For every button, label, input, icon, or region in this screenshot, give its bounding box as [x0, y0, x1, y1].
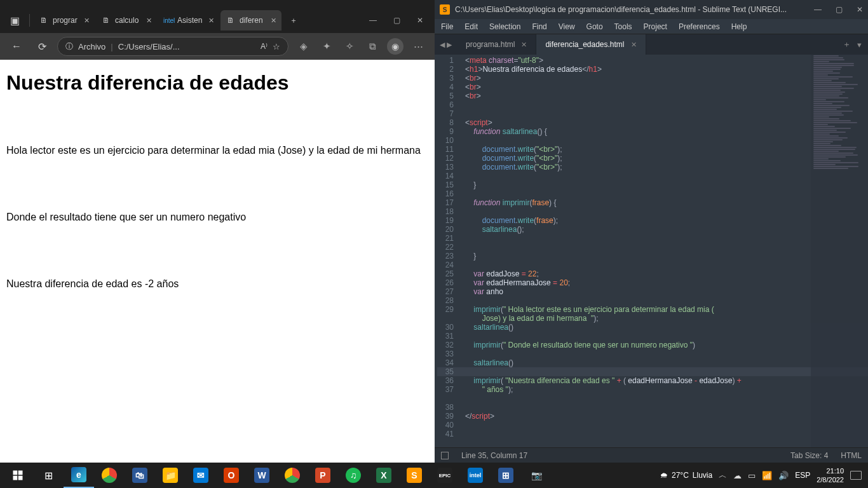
- maximize-button[interactable]: ▢: [836, 5, 843, 14]
- tray-language[interactable]: ESP: [795, 471, 810, 480]
- refresh-button[interactable]: ⟳: [32, 36, 52, 57]
- taskbar-mail[interactable]: ✉: [186, 463, 216, 488]
- url-box[interactable]: ⓘ Archivo | C:/Users/Elias/... A⁾ ☆: [57, 37, 288, 56]
- tray-notifications-icon[interactable]: [850, 471, 862, 480]
- file-icon: 🗎: [101, 16, 111, 25]
- taskbar-intel[interactable]: intel: [460, 463, 491, 488]
- windows-taskbar: ⊞ e 🛍 📁 ✉ O W P ♫ X S EPIC intel ⊞ 📷 🌧 2…: [0, 463, 868, 488]
- taskbar-sublime[interactable]: S: [399, 463, 430, 488]
- editor-tab-label: diferencia_edades.html: [545, 40, 624, 49]
- file-icon: 🗎: [39, 16, 49, 25]
- editor-titlebar[interactable]: S C:\Users\Elias\Desktop\logica de progr…: [435, 0, 868, 19]
- taskbar-edge[interactable]: e: [64, 463, 94, 488]
- minimize-button[interactable]: —: [369, 16, 377, 25]
- menu-find[interactable]: Find: [532, 22, 546, 31]
- menu-help[interactable]: Help: [731, 22, 747, 31]
- page-paragraph-1: Hola lector este es un ejercicio para de…: [6, 145, 428, 156]
- sublime-window: S C:\Users\Elias\Desktop\logica de progr…: [435, 0, 868, 463]
- editor-status-bar: Line 35, Column 17 Tab Size: 4 HTML: [435, 447, 868, 463]
- extensions-icon[interactable]: ✦: [316, 37, 337, 56]
- svg-rect-3: [18, 476, 23, 480]
- weather-widget[interactable]: 🌧 27°C Lluvia: [660, 471, 712, 480]
- tab-history-arrows[interactable]: ◀ ▶: [435, 34, 457, 55]
- close-button[interactable]: ✕: [417, 16, 423, 25]
- close-button[interactable]: ✕: [857, 5, 863, 14]
- back-button[interactable]: ←: [6, 36, 27, 57]
- tray-volume-icon[interactable]: 🔊: [778, 471, 789, 480]
- close-tab-icon[interactable]: ✕: [84, 17, 90, 25]
- menu-goto[interactable]: Goto: [587, 22, 603, 31]
- taskbar-excel[interactable]: X: [369, 463, 399, 488]
- maximize-button[interactable]: ▢: [393, 16, 400, 25]
- tab-label: Asisten: [177, 16, 205, 25]
- taskbar-chrome-2[interactable]: [277, 463, 308, 488]
- browser-tab-0[interactable]: 🗎 prograr ✕: [34, 10, 95, 30]
- close-tab-icon[interactable]: ✕: [271, 17, 276, 25]
- taskview-button[interactable]: ⊞: [33, 463, 64, 488]
- menu-icon[interactable]: ⋯: [408, 37, 428, 56]
- taskbar-explorer[interactable]: 📁: [155, 463, 186, 488]
- taskbar-calculator[interactable]: ⊞: [491, 463, 521, 488]
- page-content: Nuestra diferencia de edades Hola lector…: [0, 60, 435, 463]
- shield-icon[interactable]: ◈: [294, 37, 314, 56]
- editor-tab-0[interactable]: programa.html ✕: [457, 34, 536, 55]
- start-button[interactable]: [3, 463, 33, 488]
- weather-cond: Lluvia: [693, 471, 712, 480]
- status-checkbox[interactable]: [441, 452, 449, 459]
- menu-edit[interactable]: Edit: [465, 22, 478, 31]
- browser-top-strip: [0, 0, 435, 8]
- url-path: C:/Users/Elias/...: [118, 42, 180, 51]
- site-info-icon[interactable]: ⓘ: [65, 41, 73, 52]
- taskbar-word[interactable]: W: [247, 463, 277, 488]
- code-area[interactable]: 1234567891011121314151617181920212223242…: [435, 55, 868, 447]
- tab-label: prograr: [53, 16, 80, 25]
- favorites-icon[interactable]: ✧: [339, 37, 360, 56]
- menu-preferences[interactable]: Preferences: [679, 22, 720, 31]
- tab-actions-icon[interactable]: ▣: [4, 11, 25, 30]
- minimize-button[interactable]: —: [814, 5, 822, 14]
- tray-wifi-icon[interactable]: 📶: [762, 471, 772, 480]
- browser-window: ▣ 🗎 prograr ✕ 🗎 calculo ✕ intel Asisten …: [0, 0, 435, 463]
- taskbar-epic[interactable]: EPIC: [430, 463, 460, 488]
- tab-dropdown-icon[interactable]: ▾: [857, 40, 862, 50]
- menu-file[interactable]: File: [441, 22, 453, 31]
- minimap[interactable]: [811, 55, 868, 447]
- taskbar-office[interactable]: O: [216, 463, 247, 488]
- taskbar-camera[interactable]: 📷: [521, 463, 552, 488]
- browser-tab-1[interactable]: 🗎 calculo ✕: [96, 10, 157, 30]
- intel-icon: intel: [163, 17, 173, 24]
- menu-project[interactable]: Project: [644, 22, 667, 31]
- collections-icon[interactable]: ⧉: [362, 37, 383, 56]
- tray-clock[interactable]: 21:10 2/8/2022: [817, 466, 844, 484]
- close-tab-icon[interactable]: ✕: [146, 17, 152, 25]
- status-syntax[interactable]: HTML: [841, 451, 862, 460]
- tray-date: 2/8/2022: [817, 475, 844, 484]
- browser-tab-2[interactable]: intel Asisten ✕: [158, 10, 219, 30]
- close-tab-icon[interactable]: ✕: [521, 41, 527, 49]
- taskbar-chrome[interactable]: [94, 463, 125, 488]
- close-tab-icon[interactable]: ✕: [208, 17, 214, 25]
- taskbar-spotify[interactable]: ♫: [338, 463, 369, 488]
- new-tab-icon[interactable]: ＋: [843, 39, 851, 50]
- taskbar-store[interactable]: 🛍: [125, 463, 155, 488]
- new-tab-button[interactable]: ＋: [283, 10, 304, 30]
- tray-chevron-icon[interactable]: ︿: [719, 470, 727, 481]
- sublime-logo-icon: S: [440, 4, 450, 15]
- editor-tab-1[interactable]: diferencia_edades.html ✕: [536, 34, 646, 55]
- browser-tab-3[interactable]: 🗎 diferen ✕: [220, 10, 281, 30]
- code-text[interactable]: <meta charset="utf-8"><h1>Nuestra difere…: [459, 55, 868, 447]
- read-aloud-icon[interactable]: A⁾: [261, 42, 268, 51]
- menu-view[interactable]: View: [559, 22, 575, 31]
- close-tab-icon[interactable]: ✕: [631, 41, 637, 49]
- taskbar-powerpoint[interactable]: P: [308, 463, 338, 488]
- status-tabsize[interactable]: Tab Size: 4: [790, 451, 828, 460]
- menu-selection[interactable]: Selection: [489, 22, 520, 31]
- tray-onedrive-icon[interactable]: ☁: [733, 471, 742, 480]
- menu-tools[interactable]: Tools: [614, 22, 632, 31]
- profile-avatar[interactable]: ◉: [385, 37, 405, 56]
- address-bar: ← ⟳ ⓘ Archivo | C:/Users/Elias/... A⁾ ☆ …: [0, 33, 435, 60]
- tray-battery-icon[interactable]: ▭: [748, 471, 756, 480]
- favorite-icon[interactable]: ☆: [273, 42, 280, 51]
- editor-tab-label: programa.html: [466, 40, 515, 49]
- page-heading: Nuestra diferencia de edades: [6, 71, 428, 95]
